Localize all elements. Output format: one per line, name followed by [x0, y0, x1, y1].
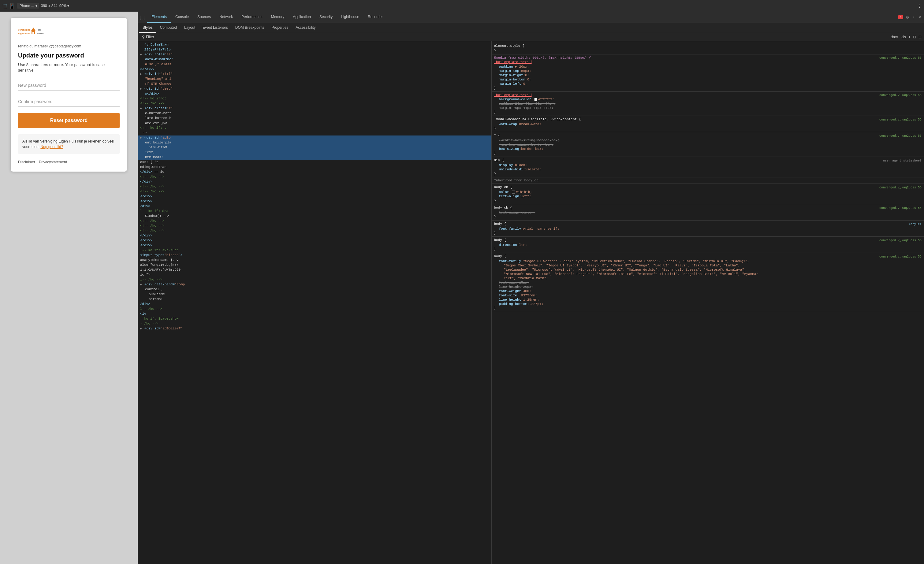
- mobile-frame: vereniging eigen huis sta sterker renato…: [11, 18, 127, 172]
- boilerplate-selector: .boilerplate-text {: [494, 60, 532, 64]
- svg-text:eigen huis: eigen huis: [18, 32, 30, 35]
- devtools-pointer-icon[interactable]: ⬚: [138, 14, 147, 20]
- html-line: <!-- /ko -->: [138, 189, 491, 194]
- info-link[interactable]: Nog geen lid?: [40, 145, 63, 149]
- html-line: ▶<div class="r": [138, 106, 491, 111]
- val-lh: 1.25rem;: [523, 298, 539, 302]
- style-selector-line: .modal-header h4.UserTitle, .wrap-conten…: [494, 117, 922, 122]
- html-line: Text,: [138, 150, 491, 155]
- tab-lighthouse[interactable]: Lighthouse: [337, 12, 363, 22]
- device-icon[interactable]: 📱: [9, 3, 15, 9]
- prop-text-align-st: text-align:: [499, 211, 521, 214]
- new-rule-icon[interactable]: ⊞: [918, 35, 921, 39]
- html-line: </div>: [138, 233, 491, 238]
- style-source: converged.v_kaq2.css:55: [879, 186, 921, 189]
- subtab-styles[interactable]: Styles: [139, 23, 156, 33]
- more-icon[interactable]: ⋮: [918, 4, 921, 8]
- html-line: ⊕</div>: [138, 91, 491, 96]
- style-section-div: div { user agent stylesheet display: blo…: [492, 157, 924, 177]
- device-selector[interactable]: iPhone ... ▾: [17, 3, 39, 9]
- inspect-icon[interactable]: ⬚: [3, 3, 7, 9]
- toggle-icon[interactable]: ⊟: [913, 35, 916, 39]
- closing-brace: }: [494, 49, 496, 52]
- style-close-line: }: [494, 151, 922, 156]
- closing-brace: }: [494, 247, 496, 251]
- add-style-icon[interactable]: +: [908, 35, 910, 39]
- body-selector: body {: [494, 222, 506, 226]
- prop-padding: padding:: [499, 65, 515, 69]
- subtab-dom-breakpoints[interactable]: DOM Breakpoints: [232, 23, 268, 33]
- style-section-boilerplate: .boilerplate-text { converged.v_kaq2.css…: [492, 92, 924, 116]
- confirm-password-input[interactable]: [18, 97, 120, 107]
- prop-direction: direction:: [499, 243, 519, 247]
- info-box: Als lid van Vereniging Eigen Huis kun je…: [18, 134, 120, 154]
- subtab-layout[interactable]: Layout: [180, 23, 199, 33]
- html-panel[interactable]: 4vhDblm¥E_wn ZICjmR4lYFj2p ▶<div role="a…: [138, 41, 492, 564]
- subtab-accessibility[interactable]: Accessibility: [292, 23, 319, 33]
- html-line: ▶<div id="idBoilerP": [138, 326, 491, 331]
- tab-network[interactable]: Network: [215, 12, 237, 22]
- html-line: - /ko -->: [138, 322, 491, 326]
- val-margin-left: 0;: [523, 82, 527, 86]
- html-line: <!-- /ko -->: [138, 184, 491, 189]
- tab-console[interactable]: Console: [171, 12, 193, 22]
- tab-memory[interactable]: Memory: [267, 12, 288, 22]
- devtools-more-icon[interactable]: ⋮: [912, 15, 916, 19]
- style-section-body-cb-1: body.cb { converged.v_kaq2.css:55 color:…: [492, 184, 924, 204]
- styles-panel[interactable]: element.style { } @media (max-width: 600…: [492, 41, 924, 564]
- html-line: alue="cngJ16tbgjN5+: [138, 263, 491, 268]
- tab-performance[interactable]: Performance: [237, 12, 267, 22]
- val-fs: .9375rem;: [519, 294, 537, 297]
- style-prop-line: margin-bottom: 0;: [494, 77, 922, 82]
- tab-security[interactable]: Security: [315, 12, 337, 22]
- devtools-panel: ⬚ Elements Console Sources Network Perfo…: [138, 12, 924, 564]
- prop-padding-st: padding:: [499, 102, 515, 106]
- val-font-family-style: Arial, sans-serif;: [523, 227, 560, 230]
- subtab-properties[interactable]: Properties: [268, 23, 292, 33]
- prop-margin-bottom: margin-bottom:: [499, 78, 527, 81]
- closing-brace: }: [494, 215, 496, 219]
- filter-button[interactable]: ⚲ Filter: [140, 34, 156, 40]
- prop-text-align: text-align:: [499, 194, 521, 198]
- subtab-event-listeners[interactable]: Event Listeners: [199, 23, 232, 33]
- html-line: </div>: [138, 199, 491, 204]
- html-line: <input type="hidden">: [138, 253, 491, 258]
- cls-button[interactable]: .cls: [900, 35, 906, 39]
- html-line-selected[interactable]: ▶<div id="idBo: [138, 136, 491, 141]
- body-cb-selector: body.cb {: [494, 186, 512, 189]
- html-line: /div>: [138, 204, 491, 209]
- svg-text:sterker: sterker: [37, 32, 45, 35]
- disclaimer-link[interactable]: Disclaimer: [18, 160, 35, 164]
- privacy-link[interactable]: Privacystatement: [39, 160, 67, 164]
- new-password-input[interactable]: [18, 81, 120, 91]
- style-prop-line: font-family: "Segoe UI Webfont", apple s…: [494, 259, 922, 263]
- subtab-computed[interactable]: Computed: [156, 23, 180, 33]
- style-prop-line: font-weight: 400;: [494, 289, 922, 293]
- style-source: <style>: [909, 223, 921, 226]
- style-source: converged.v_kaq2.css:55: [879, 94, 921, 97]
- svg-rect-3: [32, 32, 34, 34]
- settings-icon[interactable]: ⚙: [906, 15, 909, 19]
- style-prop-line: color: #1b1b1b;: [494, 190, 922, 194]
- hov-button[interactable]: :hov: [891, 35, 898, 39]
- val-unicode-bidi: isolate;: [525, 168, 541, 171]
- html-line: </div>: [138, 243, 491, 248]
- html-line: ▶<div role="al": [138, 52, 491, 57]
- style-source: converged.v_kaq2.css:55: [879, 239, 921, 242]
- tab-elements[interactable]: Elements: [147, 12, 171, 22]
- style-prop-line: line-height: 1.25rem;: [494, 298, 922, 302]
- tab-sources[interactable]: Sources: [193, 12, 215, 22]
- style-section-body-fonts: body { converged.v_kaq2.css:55 font-fami…: [492, 253, 924, 312]
- close-icon[interactable]: ✕: [918, 15, 921, 19]
- tab-recorder[interactable]: Recorder: [363, 12, 387, 22]
- reset-password-button[interactable]: Reset password: [18, 113, 120, 128]
- style-prop-line: font-size: .9375rem;: [494, 293, 922, 298]
- more-options-icon[interactable]: ...: [70, 160, 74, 164]
- val-ff4: "Microsoft New Tai Lue", "Microsoft Phag…: [504, 272, 759, 276]
- svg-text:vereniging: vereniging: [18, 28, 31, 31]
- html-line: ZICjmR4lYFj2p: [138, 48, 491, 52]
- tab-application[interactable]: Application: [288, 12, 315, 22]
- html-line: <!-- /ko -->: [138, 224, 491, 229]
- prop-fs: font-size:: [499, 294, 519, 297]
- val-color: #1b1b1b;: [516, 190, 532, 194]
